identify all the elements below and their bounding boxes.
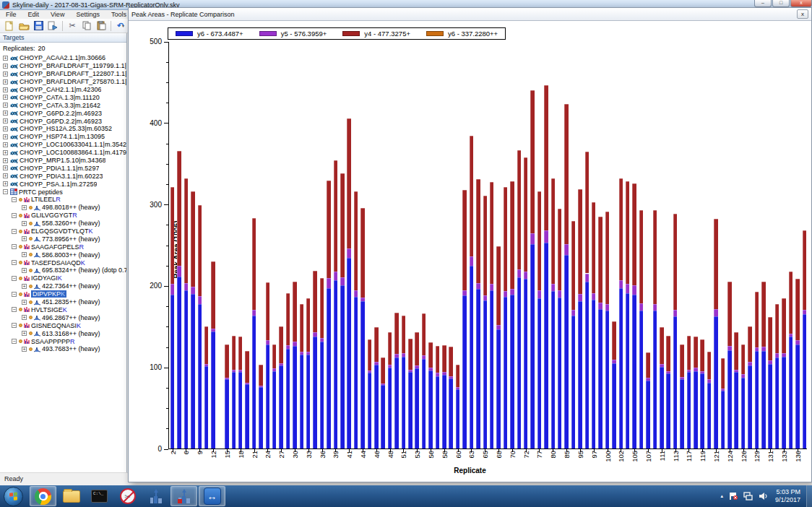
taskbar-clock[interactable]: 5:03 PM 9/1/2017 (775, 488, 800, 504)
bar-segment[interactable] (456, 387, 460, 389)
bar-segment[interactable] (496, 246, 501, 324)
expand-toggle-icon[interactable]: − (12, 323, 17, 328)
expand-toggle-icon[interactable]: − (12, 276, 17, 281)
taskbar-explorer-icon[interactable] (58, 486, 85, 506)
bar-segment[interactable] (761, 282, 766, 347)
bar-segment[interactable] (619, 288, 623, 448)
bar-segment[interactable] (755, 351, 759, 448)
bar-segment[interactable] (313, 271, 317, 332)
expand-toggle-icon[interactable]: − (12, 307, 17, 312)
bar-segment[interactable] (564, 255, 569, 448)
bar-segment[interactable] (619, 178, 623, 280)
bar-segment[interactable] (245, 351, 249, 383)
bar-segment[interactable] (259, 365, 263, 386)
bar-segment[interactable] (619, 280, 623, 288)
tree-item-protein[interactable]: +CHOYP_ACAA2.1.1|m.30666 (0, 54, 126, 62)
bar-segment[interactable] (442, 372, 446, 376)
tree-item-protein[interactable]: +CHOYP_HS12A.25.33|m.60352 (0, 125, 126, 133)
bar-segment[interactable] (266, 282, 270, 340)
tree-item-peptide-group[interactable]: −PRTC peptides (0, 188, 126, 196)
share-document-icon[interactable] (46, 20, 59, 32)
bar-segment[interactable] (334, 160, 338, 272)
bar-segment[interactable] (204, 326, 209, 364)
bar-segment[interactable] (803, 310, 807, 314)
bar-segment[interactable] (388, 332, 392, 365)
expand-toggle-icon[interactable]: + (22, 331, 27, 336)
bar-segment[interactable] (490, 290, 494, 448)
bar-segment[interactable] (741, 374, 746, 378)
bar-segment[interactable] (272, 368, 277, 370)
bar-segment[interactable] (245, 384, 249, 448)
menu-edit[interactable]: Edit (22, 10, 46, 19)
bar-segment[interactable] (470, 266, 474, 448)
expand-toggle-icon[interactable]: + (3, 95, 8, 100)
tree-item-peptide[interactable]: −ELGQSGVDTYLQTK (0, 228, 126, 235)
tree-item-protein[interactable]: +CHOYP_MRP1.5.10|m.34368 (0, 157, 126, 165)
bar-segment[interactable] (666, 371, 670, 373)
bar-segment[interactable] (327, 181, 331, 278)
bar-segment[interactable] (707, 383, 712, 448)
bar-segment[interactable] (795, 340, 800, 344)
bar-segment[interactable] (530, 233, 535, 244)
bar-segment[interactable] (666, 336, 670, 371)
expand-toggle-icon[interactable]: − (12, 292, 17, 297)
bar-segment[interactable] (660, 364, 664, 368)
bar-segment[interactable] (571, 316, 576, 448)
bar-segment[interactable] (300, 304, 304, 351)
bar-segment[interactable] (537, 191, 542, 291)
bar-segment[interactable] (673, 310, 678, 316)
bar-segment[interactable] (578, 294, 582, 301)
bar-segment[interactable] (470, 136, 474, 256)
bar-segment[interactable] (266, 340, 270, 344)
expand-toggle-icon[interactable]: + (22, 205, 27, 210)
taskbar-skyline-tool-icon[interactable]: ✂ (114, 486, 141, 506)
expand-toggle-icon[interactable]: + (22, 236, 27, 241)
bar-segment[interactable] (687, 336, 691, 369)
expand-toggle-icon[interactable]: + (22, 300, 27, 305)
bar-segment[interactable] (225, 379, 229, 448)
tree-item-peptide[interactable]: −LTILEELR (0, 196, 126, 204)
menu-file[interactable]: File (0, 10, 22, 19)
menu-settings[interactable]: Settings (70, 10, 105, 19)
bar-segment[interactable] (782, 353, 786, 357)
bar-segment[interactable] (727, 346, 732, 350)
bar-segment[interactable] (646, 381, 650, 448)
bar-segment[interactable] (639, 311, 644, 448)
bar-segment[interactable] (300, 355, 304, 448)
bar-segment[interactable] (327, 288, 331, 448)
bar-segment[interactable] (204, 364, 209, 366)
expand-toggle-icon[interactable]: + (22, 221, 27, 226)
bar-segment[interactable] (476, 179, 480, 283)
bar-segment[interactable] (306, 355, 311, 448)
expand-toggle-icon[interactable]: + (3, 173, 8, 178)
taskbar-skyline-icon[interactable] (142, 486, 169, 506)
bar-segment[interactable] (714, 309, 718, 316)
bar-segment[interactable] (741, 378, 746, 448)
bar-segment[interactable] (422, 359, 426, 448)
bar-segment[interactable] (605, 311, 610, 448)
bar-segment[interactable] (360, 301, 365, 448)
tree-item-peptide[interactable]: −SAAGAFGPELSR (0, 243, 126, 251)
bar-segment[interactable] (184, 283, 189, 290)
bar-segment[interactable] (558, 209, 562, 290)
bar-segment[interactable] (408, 370, 413, 372)
tree-item-protein[interactable]: +CHOYP_BRAFLDRAFT_275870.1.1|m.12895 (0, 78, 126, 86)
tree-item-peptide[interactable]: −GISNEGQNASIK (0, 321, 126, 329)
tree-item-peptide[interactable]: −DIPVPKPK (0, 290, 126, 298)
bar-segment[interactable] (700, 339, 704, 371)
tree-item-protein[interactable]: +CHOYP_G6PD.2.2|m.46923 (0, 117, 126, 125)
bar-segment[interactable] (483, 295, 488, 300)
bar-segment[interactable] (381, 385, 385, 448)
bar-segment[interactable] (571, 310, 576, 316)
expand-toggle-icon[interactable]: + (3, 72, 8, 77)
bar-segment[interactable] (232, 336, 236, 369)
tree-item-protein[interactable]: +CHOYP_CATA.3.3|m.21642 (0, 101, 126, 109)
bar-segment[interactable] (462, 290, 467, 295)
bar-segment[interactable] (422, 313, 426, 356)
bar-segment[interactable] (259, 386, 263, 387)
bar-segment[interactable] (530, 90, 535, 234)
tree-item-transition[interactable]: +496.2867++ (heavy) (0, 313, 126, 321)
bar-segment[interactable] (707, 379, 712, 383)
bar-segment[interactable] (789, 334, 793, 337)
bar-segment[interactable] (496, 329, 501, 448)
